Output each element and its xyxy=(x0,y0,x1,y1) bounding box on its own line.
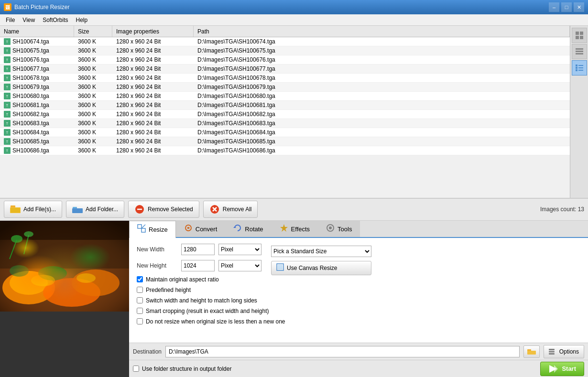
maximize-button[interactable]: □ xyxy=(561,2,572,12)
remove-selected-button[interactable]: Remove Selected xyxy=(128,201,199,218)
add-files-button[interactable]: Add File(s)... xyxy=(4,201,62,218)
height-unit-select[interactable]: Pixel Percent cm inch xyxy=(218,260,261,271)
svg-point-33 xyxy=(76,273,96,283)
add-folder-button[interactable]: Add Folder... xyxy=(66,201,124,218)
new-width-input[interactable] xyxy=(181,244,215,255)
width-unit-select[interactable]: Pixel Percent cm inch xyxy=(218,244,261,255)
table-row[interactable]: T SH100675.tga 3600 K 1280 x 960 24 Bit … xyxy=(0,46,570,55)
table-row[interactable]: T SH100679.tga 3600 K 1280 x 960 24 Bit … xyxy=(0,83,570,92)
menu-file[interactable]: File xyxy=(2,16,19,24)
tab-convert[interactable]: Convert xyxy=(176,221,226,237)
file-path-cell: D:\Images\TGA\SH100680.tga xyxy=(194,92,570,100)
table-row[interactable]: T SH100677.tga 3600 K 1280 x 960 24 Bit … xyxy=(0,65,570,74)
table-row[interactable]: T SH100674.tga 3600 K 1280 x 960 24 Bit … xyxy=(0,37,570,46)
table-row[interactable]: T SH100684.tga 3600 K 1280 x 960 24 Bit … xyxy=(0,128,570,137)
start-button[interactable]: Start xyxy=(540,362,584,376)
file-list-wrapper: Name Size Image properties Path T SH1006… xyxy=(0,26,570,198)
use-canvas-resize-button[interactable]: Use Canvas Resize xyxy=(271,261,371,275)
width-row: New Width Pixel Percent cm inch xyxy=(137,244,261,255)
tabs-panel: Resize Convert Rotate xyxy=(129,221,588,377)
add-folder-icon xyxy=(72,204,83,215)
close-button[interactable]: ✕ xyxy=(574,2,584,12)
start-label: Start xyxy=(562,365,576,372)
new-height-input[interactable] xyxy=(181,260,215,271)
resize-checkbox[interactable] xyxy=(137,308,143,314)
view-thumbnail-btn[interactable] xyxy=(572,28,587,43)
file-path-cell: D:\Images\TGA\SH100674.tga xyxy=(194,37,570,46)
toolbar: Add File(s)... Add Folder... Remove Sele… xyxy=(0,198,588,221)
col-header-size: Size xyxy=(74,26,112,37)
table-row[interactable]: T SH100683.tga 3600 K 1280 x 960 24 Bit … xyxy=(0,119,570,128)
file-size-cell: 3600 K xyxy=(74,101,112,109)
col-header-name: Name xyxy=(0,26,74,37)
tab-effects-label: Effects xyxy=(291,226,310,233)
convert-tab-icon xyxy=(184,224,193,234)
file-props-cell: 1280 x 960 24 Bit xyxy=(112,55,194,64)
svg-line-35 xyxy=(10,240,17,259)
table-row[interactable]: T SH100681.tga 3600 K 1280 x 960 24 Bit … xyxy=(0,101,570,110)
standard-size-select[interactable]: Pick a Standard Size 800 x 600 1024 x 76… xyxy=(271,246,371,257)
svg-rect-51 xyxy=(549,349,555,350)
browse-destination-button[interactable] xyxy=(523,345,540,358)
resize-checkbox[interactable] xyxy=(137,276,143,282)
main-container: Name Size Image properties Path T SH1006… xyxy=(0,26,588,377)
menu-softorbits[interactable]: SoftOrbits xyxy=(39,16,72,24)
bottom-section: Resize Convert Rotate xyxy=(0,221,588,377)
table-row[interactable]: T SH100682.tga 3600 K 1280 x 960 24 Bit … xyxy=(0,110,570,119)
file-props-cell: 1280 x 960 24 Bit xyxy=(112,101,194,109)
svg-rect-17 xyxy=(72,208,83,213)
svg-rect-8 xyxy=(578,65,583,66)
tab-resize[interactable]: Resize xyxy=(129,221,176,238)
file-path-cell: D:\Images\TGA\SH100679.tga xyxy=(194,83,570,91)
options-button[interactable]: Options xyxy=(544,345,584,358)
table-row[interactable]: T SH100680.tga 3600 K 1280 x 960 24 Bit … xyxy=(0,92,570,101)
resize-checkbox-row: Predefined height xyxy=(137,287,580,293)
svg-rect-5 xyxy=(576,51,583,52)
tab-rotate-label: Rotate xyxy=(245,226,263,233)
minimize-button[interactable]: – xyxy=(549,2,559,12)
view-details-btn[interactable] xyxy=(572,60,587,75)
tab-resize-label: Resize xyxy=(149,226,168,233)
svg-rect-2 xyxy=(576,36,579,39)
file-props-cell: 1280 x 960 24 Bit xyxy=(112,110,194,118)
file-size-cell: 3600 K xyxy=(74,65,112,73)
svg-rect-3 xyxy=(580,36,583,39)
add-files-label: Add File(s)... xyxy=(23,206,56,213)
svg-rect-6 xyxy=(576,53,583,54)
use-folder-label[interactable]: Use folder structure in output folder xyxy=(133,366,231,372)
table-row[interactable]: T SH100685.tga 3600 K 1280 x 960 24 Bit … xyxy=(0,137,570,146)
svg-rect-9 xyxy=(576,67,577,69)
file-props-cell: 1280 x 960 24 Bit xyxy=(112,37,194,46)
table-row[interactable]: T SH100686.tga 3600 K 1280 x 960 24 Bit … xyxy=(0,146,570,155)
table-row[interactable]: T SH100678.tga 3600 K 1280 x 960 24 Bit … xyxy=(0,74,570,83)
preview-image xyxy=(0,221,129,312)
table-row[interactable]: T SH100676.tga 3600 K 1280 x 960 24 Bit … xyxy=(0,55,570,65)
file-props-cell: 1280 x 960 24 Bit xyxy=(112,128,194,137)
destination-input[interactable] xyxy=(165,346,520,357)
file-props-cell: 1280 x 960 24 Bit xyxy=(112,46,194,55)
file-path-cell: D:\Images\TGA\SH100678.tga xyxy=(194,74,570,82)
view-list-btn[interactable] xyxy=(572,44,587,59)
tab-effects[interactable]: Effects xyxy=(272,221,318,237)
svg-rect-7 xyxy=(576,65,577,66)
menu-view[interactable]: View xyxy=(19,16,39,24)
file-list-body[interactable]: T SH100674.tga 3600 K 1280 x 960 24 Bit … xyxy=(0,37,570,198)
resize-checkbox[interactable] xyxy=(137,297,143,303)
menu-help[interactable]: Help xyxy=(72,16,92,24)
remove-all-button[interactable]: Remove All xyxy=(203,201,258,218)
svg-rect-24 xyxy=(0,269,129,312)
file-name-cell: T SH100685.tga xyxy=(0,137,74,146)
tab-rotate[interactable]: Rotate xyxy=(225,221,271,237)
file-path-cell: D:\Images\TGA\SH100677.tga xyxy=(194,65,570,73)
file-path-cell: D:\Images\TGA\SH100685.tga xyxy=(194,137,570,146)
tab-tools[interactable]: Tools xyxy=(318,221,360,237)
file-icon: T xyxy=(4,56,11,63)
svg-rect-39 xyxy=(138,225,142,228)
file-icon: T xyxy=(4,102,11,108)
use-folder-checkbox[interactable] xyxy=(133,366,139,372)
svg-point-32 xyxy=(31,275,55,286)
resize-checkbox[interactable] xyxy=(137,287,143,293)
resize-checkbox-row: Switch width and height to match long si… xyxy=(137,297,580,304)
svg-point-28 xyxy=(43,278,100,307)
resize-checkbox[interactable] xyxy=(137,318,143,324)
